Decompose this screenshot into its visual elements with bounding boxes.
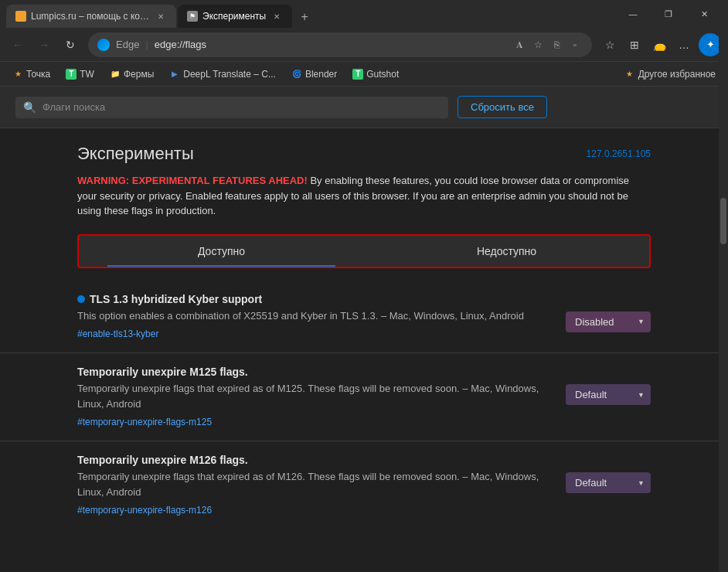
flag-item-0: TLS 1.3 hybridized Kyber support This op… [0,281,728,354]
flag-bullet-0 [77,295,85,303]
flag-body-2: Temporarily unexpire flags that expired … [77,469,651,516]
scrollbar-track [719,28,728,572]
flag-desc-1: Temporarily unexpire flags that expired … [77,381,553,411]
tab-lumpics[interactable]: Lumpics.ru – помощь с компью... ✕ [6,5,176,28]
edge-logo-icon [97,39,110,51]
search-reset-bar: 🔍 Сбросить все [0,87,728,128]
bookmark-label-deepl: DeepL Translate – C... [183,69,276,80]
address-icons: 𝐀 ☆ ⎘ ▫ [512,37,583,53]
flag-dropdown-2[interactable]: Default Enabled Disabled [566,472,651,493]
flag-item-2: Temporarily unexpire M126 flags. Tempora… [0,441,728,529]
read-aloud-icon[interactable]: 𝐀 [512,37,527,53]
flag-dropdown-container-1: Default Enabled Disabled [566,384,651,405]
favorites-nav-btn[interactable]: ☆ [598,33,621,56]
split-screen-icon[interactable]: ▫ [567,37,583,53]
tab-favicon-experiments: ⚑ [187,11,198,22]
titlebar: Lumpics.ru – помощь с компью... ✕ ⚑ Эксп… [0,0,728,28]
tab-close-lumpics[interactable]: ✕ [155,10,167,22]
flags-header: Эксперименты 127.0.2651.105 [0,128,728,164]
flag-tabs-row: Доступно Недоступно [79,236,649,267]
flag-dropdown-wrap-0: Default Enabled Disabled [566,312,651,332]
flag-dropdown-1[interactable]: Default Enabled Disabled [566,384,651,405]
workspaces-btn[interactable]: ⊞ [623,33,646,56]
flag-desc-col-2: Temporarily unexpire flags that expired … [77,469,553,516]
url-separator: | [145,39,148,50]
flag-link-0[interactable]: #enable-tls13-kyber [77,329,158,339]
bookmark-tochka[interactable]: ★ Точка [6,66,56,83]
warning-text: WARNING: EXPERIMENTAL FEATURES AHEAD! By… [0,164,728,228]
reset-all-button[interactable]: Сбросить все [458,96,547,118]
settings-btn[interactable]: … [672,33,696,56]
refresh-button[interactable]: ↻ [59,33,82,56]
nav-extras: ☆ ⊞ 👝 … ✦ [598,33,722,56]
flag-link-1[interactable]: #temporary-unexpire-flags-m125 [77,417,212,427]
bookmark-fermy[interactable]: 📁 Фермы [104,66,160,83]
flag-item-1: Temporarily unexpire M125 flags. Tempora… [0,353,728,441]
flag-dropdown-wrap-2: Default Enabled Disabled [566,472,651,493]
search-input-wrapper[interactable]: 🔍 [15,97,448,118]
window-controls: — ❐ ✕ [615,2,722,26]
close-button[interactable]: ✕ [686,2,722,26]
flag-name-1: Temporarily unexpire M125 flags. [77,366,248,378]
version-number: 127.0.2651.105 [587,144,651,159]
flag-dropdown-0[interactable]: Default Enabled Disabled [566,312,651,332]
bookmark-label-tw: TW [80,69,94,80]
wallet-btn[interactable]: 👝 [648,33,671,56]
bookmark-label-fermy: Фермы [124,69,154,80]
flag-name-row-0: TLS 1.3 hybridized Kyber support [77,293,651,305]
bookmark-label-tochka: Точка [26,69,50,80]
flag-dropdown-container-0: Default Enabled Disabled [566,312,651,332]
tab-close-experiments[interactable]: ✕ [270,10,283,22]
scrollbar-thumb[interactable] [720,198,726,244]
navbar: ← → ↻ Edge | edge://flags 𝐀 ☆ ⎘ ▫ ☆ ⊞ 👝 … [0,28,728,62]
other-favorites-label: Другое избранное [638,69,716,80]
search-icon: 🔍 [23,101,36,114]
tab-experiments[interactable]: ⚑ Эксперименты ✕ [178,5,292,28]
page-title: Эксперименты [77,144,194,164]
other-favorites-button[interactable]: ★ Другое избранное [618,66,722,83]
tab-title-lumpics: Lumpics.ru – помощь с компью... [31,11,150,22]
bookmark-deepl[interactable]: ▶ DeepL Translate – C... [163,66,282,83]
tab-title-experiments: Эксперименты [202,11,266,22]
bookmark-blender[interactable]: 🌀 Blender [285,66,343,83]
flag-desc-col-0: This option enables a combination of X25… [77,308,553,341]
url-text: edge://flags [155,39,505,50]
tab-unavailable-label: Недоступно [477,245,536,257]
address-bar[interactable]: Edge | edge://flags 𝐀 ☆ ⎘ ▫ [88,32,592,57]
flag-desc-2: Temporarily unexpire flags that expired … [77,469,553,499]
flag-name-2: Temporarily unexpire M126 flags. [77,454,248,466]
bookmark-icon-gutshot: T [352,69,363,80]
favorites-icon[interactable]: ☆ [530,37,546,53]
bookmark-icon-fermy: 📁 [110,69,121,80]
other-favorites-icon: ★ [624,69,635,80]
bookmark-icon-blender: 🌀 [291,69,302,80]
bookmark-icon-tw: T [66,69,77,80]
bookmark-gutshot[interactable]: T Gutshot [346,66,405,83]
bookmark-tw[interactable]: T TW [60,66,100,83]
flag-link-2[interactable]: #temporary-unexpire-flags-m126 [77,505,212,516]
new-tab-button[interactable]: + [294,6,315,28]
edge-brand-label: Edge [116,39,139,50]
forward-button[interactable]: → [32,33,56,56]
bookmark-icon-tochka: ★ [12,69,23,80]
tab-available[interactable]: Доступно [79,236,364,267]
flag-dropdown-container-2: Default Enabled Disabled [566,472,651,493]
browser-tabs: Lumpics.ru – помощь с компью... ✕ ⚑ Эксп… [6,0,606,28]
search-input[interactable] [43,101,441,113]
minimize-button[interactable]: — [615,2,651,26]
flag-desc-0: This option enables a combination of X25… [77,308,553,324]
tab-available-label: Доступно [198,245,245,257]
flag-dropdown-wrap-1: Default Enabled Disabled [566,384,651,405]
flag-name-row-2: Temporarily unexpire M126 flags. [77,454,651,466]
bookmarks-bar: ★ Точка T TW 📁 Фермы ▶ DeepL Translate –… [0,62,728,87]
bookmark-icon-deepl: ▶ [169,69,180,80]
restore-button[interactable]: ❐ [651,2,686,26]
back-button[interactable]: ← [6,33,29,56]
flag-body-1: Temporarily unexpire flags that expired … [77,381,651,428]
tab-unavailable[interactable]: Недоступно [364,236,649,267]
collections-icon[interactable]: ⎘ [549,37,564,53]
bookmark-label-gutshot: Gutshot [366,69,399,80]
flag-name-row-1: Temporarily unexpire M125 flags. [77,366,651,378]
flags-area: Эксперименты 127.0.2651.105 WARNING: EXP… [0,128,728,572]
tabs-container: Доступно Недоступно [77,234,651,268]
